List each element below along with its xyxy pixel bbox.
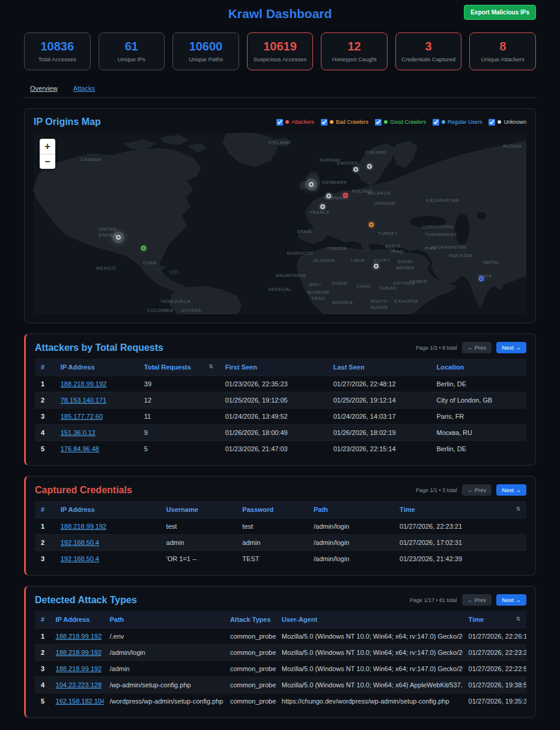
ip-address-link[interactable]: 188.218.99.192 <box>56 633 102 640</box>
table-cell: 5 <box>35 441 55 457</box>
legend-dot-icon <box>498 120 501 124</box>
map-marker-good-crawler[interactable] <box>141 246 146 251</box>
ip-address-link[interactable]: 188.218.99.192 <box>56 649 102 656</box>
ip-address-link[interactable]: 151.36.0.12 <box>61 429 96 436</box>
map-marker-regular-user[interactable] <box>479 276 484 281</box>
sort-icon[interactable]: ⇅ <box>516 616 520 622</box>
map-marker-unknown[interactable] <box>309 182 314 187</box>
next-page-button[interactable]: Next → <box>496 594 526 606</box>
table-row: 3185.177.72.601101/24/2026, 13:49:5201/2… <box>35 409 526 425</box>
table-row: 5176.84.96.48501/23/2026, 21:47:0301/23/… <box>35 441 526 457</box>
ip-origins-map-card: IP Origins Map AttackersBad CrawlersGood… <box>24 108 536 323</box>
legend-item-attackers[interactable]: Attackers <box>276 119 314 126</box>
ip-address-link[interactable]: 176.84.96.48 <box>61 445 99 452</box>
next-page-button[interactable]: Next → <box>496 484 526 496</box>
map-marker-unknown[interactable] <box>367 164 372 169</box>
cell-ip-address: 104.23.223.128 <box>50 677 104 693</box>
zoom-out-button[interactable]: − <box>40 154 55 169</box>
ip-address-link[interactable]: 162.158.182.104 <box>56 698 104 705</box>
table-cell: 01/27/2026, 22:26:11 <box>463 628 526 645</box>
table-cell: 2 <box>35 535 55 551</box>
table-cell: admin <box>160 535 237 551</box>
table-cell: 01/23/2026, 21:42:39 <box>394 551 526 567</box>
table-cell: 4 <box>35 425 55 441</box>
table-cell: 01/23/2026, 22:15:14 <box>327 441 431 457</box>
legend-checkbox[interactable] <box>433 119 439 126</box>
legend-checkbox[interactable] <box>488 119 495 126</box>
legend-checkbox[interactable] <box>375 119 382 126</box>
top-bar: Krawl Dashboard Export Malicious IPs <box>24 0 536 28</box>
stat-card-unique-ips: 61 Unique IPs <box>99 32 165 70</box>
table-cell: 01/26/2026, 18:00:49 <box>219 425 327 441</box>
section-title-ip-origins-map: IP Origins Map <box>34 117 101 127</box>
column-header-location: Location <box>430 359 526 376</box>
column-header-time[interactable]: Time⇅ <box>463 611 526 628</box>
map-marker-unknown[interactable] <box>374 264 379 269</box>
legend-label: Good Crawlers <box>390 119 426 125</box>
table-cell: test <box>236 519 308 535</box>
ip-address-link[interactable]: 104.23.223.128 <box>56 681 102 689</box>
table-cell: 5 <box>35 693 50 710</box>
dashboard-page: Krawl Dashboard Export Malicious IPs 108… <box>0 0 560 730</box>
column-header-time[interactable]: Time⇅ <box>394 501 526 519</box>
ip-address-link[interactable]: 185.177.72.60 <box>61 413 103 420</box>
cell-ip-address: 188.218.99.192 <box>55 376 138 392</box>
zoom-in-button[interactable]: + <box>40 139 55 154</box>
table-cell: 01/26/2026, 18:02:19 <box>327 425 431 441</box>
tab-attacks[interactable]: Attacks <box>73 85 95 92</box>
sort-icon[interactable]: ⇅ <box>208 363 213 370</box>
table-cell: Berlin, DE <box>430 441 526 457</box>
ip-address-link[interactable]: 192.168.50.4 <box>61 555 99 562</box>
stat-card-honeypot-caught: 12 Honeypot Caught <box>321 32 388 70</box>
credentials-table: #IP AddressUsernamePasswordPathTime⇅1188… <box>35 501 526 567</box>
map-marker-unknown[interactable] <box>326 193 331 198</box>
table-cell: 01/24/2026, 14:03:17 <box>327 409 431 425</box>
table-cell: Mozilla/5.0 (Windows NT 10.0; Win64; x64… <box>276 628 463 645</box>
table-cell: 5 <box>138 441 219 457</box>
stat-value: 8 <box>471 40 534 53</box>
column-header-path: Path <box>104 611 224 628</box>
prev-page-button[interactable]: ← Prev <box>462 484 492 496</box>
tab-overview[interactable]: Overview <box>30 85 58 92</box>
table-cell: Paris, FR <box>430 409 526 425</box>
ip-address-link[interactable]: 188.218.99.192 <box>56 665 102 672</box>
map-marker-bad-crawler[interactable] <box>369 222 374 227</box>
credentials-pagination: Page 1/1 • 3 total ← Prev Next → <box>416 484 526 496</box>
table-row: 1188.218.99.192testtest/admin/login01/27… <box>35 519 526 535</box>
table-cell: https://chungo.dev/wordpress/wp-admin/se… <box>276 693 463 710</box>
stat-value: 10600 <box>174 40 237 53</box>
cell-ip-address: 162.158.182.104 <box>50 693 104 710</box>
legend-checkbox[interactable] <box>321 119 327 126</box>
legend-item-unknown[interactable]: Unknown <box>488 119 526 126</box>
stat-card-unique-attackers: 8 Unique Attackers <box>469 32 536 70</box>
map-marker-unknown[interactable] <box>320 204 325 209</box>
map-legend: AttackersBad CrawlersGood CrawlersRegula… <box>276 119 526 126</box>
next-page-button[interactable]: Next → <box>496 342 526 353</box>
legend-item-bad-crawlers[interactable]: Bad Crawlers <box>321 119 368 126</box>
attack-types-section: Detected Attack Types Page 1/17 • 81 tot… <box>24 586 536 718</box>
table-cell: common_probes <box>224 645 276 661</box>
section-title-attackers: Attackers by Total Requests <box>35 342 163 353</box>
legend-item-good-crawlers[interactable]: Good Crawlers <box>375 119 426 126</box>
map-marker-unknown[interactable] <box>353 167 358 172</box>
stat-label: Suspicious Accesses <box>249 56 312 62</box>
column-header-total-requests[interactable]: Total Requests⇅ <box>138 359 219 376</box>
table-header-row: #IP AddressPathAttack TypesUser-AgentTim… <box>35 611 526 628</box>
ip-address-link[interactable]: 188.218.99.192 <box>61 523 106 530</box>
ip-address-link[interactable]: 78.153.140.171 <box>61 397 106 404</box>
stat-label: Unique Attackers <box>471 56 534 62</box>
ip-address-link[interactable]: 188.218.99.192 <box>61 380 106 388</box>
prev-page-button[interactable]: ← Prev <box>462 342 492 353</box>
map-marker-unknown[interactable] <box>116 235 121 240</box>
export-malicious-ips-button[interactable]: Export Malicious IPs <box>464 5 536 20</box>
legend-checkbox[interactable] <box>276 119 283 126</box>
map-marker-attacker[interactable] <box>343 193 348 198</box>
legend-item-regular-users[interactable]: Regular Users <box>433 119 482 126</box>
table-cell: /admin/login <box>308 535 394 551</box>
prev-page-button[interactable]: ← Prev <box>462 594 492 606</box>
legend-label: Attackers <box>291 119 314 125</box>
sort-icon[interactable]: ⇅ <box>516 506 520 512</box>
table-row: 1188.218.99.192/.envcommon_probesMozilla… <box>35 628 526 645</box>
ip-address-link[interactable]: 192.168.50.4 <box>61 539 99 546</box>
map-canvas[interactable]: + − ICELANDCANADARUSSIANORWAYFINLANDSWED… <box>34 133 526 314</box>
